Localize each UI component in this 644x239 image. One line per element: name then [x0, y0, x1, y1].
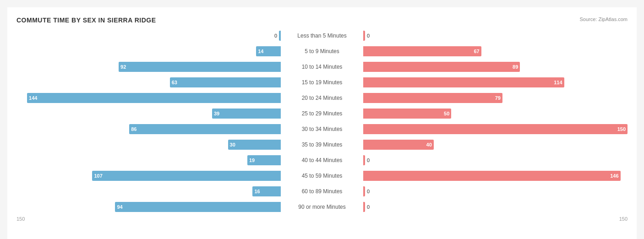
male-section: 86: [16, 122, 281, 136]
chart-area: 0Less than 5 Minutes0145 to 9 Minutes679…: [16, 28, 628, 214]
male-section: 16: [16, 184, 281, 199]
female-section: 114: [363, 75, 628, 90]
bar-row: 9490 or more Minutes0: [16, 200, 628, 214]
female-value-label: 40: [426, 142, 432, 147]
female-value-label: 50: [444, 111, 449, 116]
chart-container: COMMUTE TIME BY SEX IN SIERRA RIDGE Sour…: [7, 7, 637, 239]
axis-label-right: 150: [619, 216, 628, 222]
bar-row: 1940 to 44 Minutes0: [16, 153, 628, 168]
row-label: 90 or more Minutes: [281, 204, 363, 210]
bar-row: 6315 to 19 Minutes114: [16, 75, 628, 90]
female-value-label: 0: [367, 158, 370, 163]
male-value-label: 107: [94, 173, 102, 179]
bar-row: 3035 to 39 Minutes40: [16, 137, 628, 152]
female-value-label: 114: [554, 80, 562, 85]
male-value-label: 39: [214, 111, 219, 116]
female-value-label: 89: [513, 64, 518, 70]
female-value-label: 0: [367, 189, 370, 194]
row-label: 60 to 89 Minutes: [281, 188, 363, 195]
row-label: 20 to 24 Minutes: [281, 95, 363, 101]
row-label: Less than 5 Minutes: [281, 33, 363, 39]
female-value-label: 67: [474, 49, 479, 54]
male-value-label: 0: [274, 33, 277, 38]
female-section: 40: [363, 137, 628, 152]
male-value-label: 144: [29, 95, 37, 101]
female-section: 0: [363, 153, 628, 168]
bar-row: 8630 to 34 Minutes150: [16, 122, 628, 136]
row-label: 45 to 59 Minutes: [281, 173, 363, 179]
male-value-label: 16: [254, 189, 260, 194]
row-label: 10 to 14 Minutes: [281, 64, 363, 70]
row-label: 30 to 34 Minutes: [281, 126, 363, 132]
male-value-label: 92: [120, 64, 126, 70]
male-value-label: 94: [117, 204, 122, 210]
bar-row: 9210 to 14 Minutes89: [16, 60, 628, 74]
bar-row: 0Less than 5 Minutes0: [16, 28, 628, 43]
bar-row: 145 to 9 Minutes67: [16, 44, 628, 59]
male-section: 0: [16, 28, 281, 43]
male-value-label: 14: [258, 49, 263, 54]
male-section: 19: [16, 153, 281, 168]
male-section: 107: [16, 168, 281, 183]
female-section: 150: [363, 122, 628, 136]
bar-row: 14420 to 24 Minutes79: [16, 91, 628, 105]
male-section: 14: [16, 44, 281, 59]
row-label: 35 to 39 Minutes: [281, 141, 363, 148]
female-section: 67: [363, 44, 628, 59]
bar-row: 1660 to 89 Minutes0: [16, 184, 628, 199]
male-value-label: 86: [131, 126, 136, 132]
female-value-label: 0: [367, 204, 370, 210]
bar-row: 10745 to 59 Minutes146: [16, 168, 628, 183]
row-label: 25 to 29 Minutes: [281, 110, 363, 117]
row-label: 5 to 9 Minutes: [281, 48, 363, 54]
female-section: 89: [363, 60, 628, 74]
row-label: 15 to 19 Minutes: [281, 79, 363, 86]
female-value-label: 0: [367, 33, 370, 38]
female-value-label: 146: [610, 173, 618, 179]
male-section: 30: [16, 137, 281, 152]
female-section: 0: [363, 200, 628, 214]
female-value-label: 150: [617, 126, 626, 132]
male-section: 63: [16, 75, 281, 90]
axis-label-left: 150: [16, 216, 25, 222]
male-value-label: 30: [230, 142, 235, 147]
female-value-label: 79: [495, 95, 501, 101]
bar-row: 3925 to 29 Minutes50: [16, 106, 628, 121]
male-value-label: 63: [172, 80, 177, 85]
female-section: 146: [363, 168, 628, 183]
female-section: 50: [363, 106, 628, 121]
chart-inner: 0Less than 5 Minutes0145 to 9 Minutes679…: [16, 28, 628, 233]
male-value-label: 19: [249, 158, 255, 163]
male-section: 39: [16, 106, 281, 121]
male-section: 144: [16, 91, 281, 105]
female-section: 0: [363, 28, 628, 43]
row-label: 40 to 44 Minutes: [281, 157, 363, 163]
male-section: 94: [16, 200, 281, 214]
male-section: 92: [16, 60, 281, 74]
female-section: 0: [363, 184, 628, 199]
female-section: 79: [363, 91, 628, 105]
source-text: Source: ZipAtlas.com: [579, 16, 628, 22]
chart-title: COMMUTE TIME BY SEX IN SIERRA RIDGE: [16, 16, 628, 24]
